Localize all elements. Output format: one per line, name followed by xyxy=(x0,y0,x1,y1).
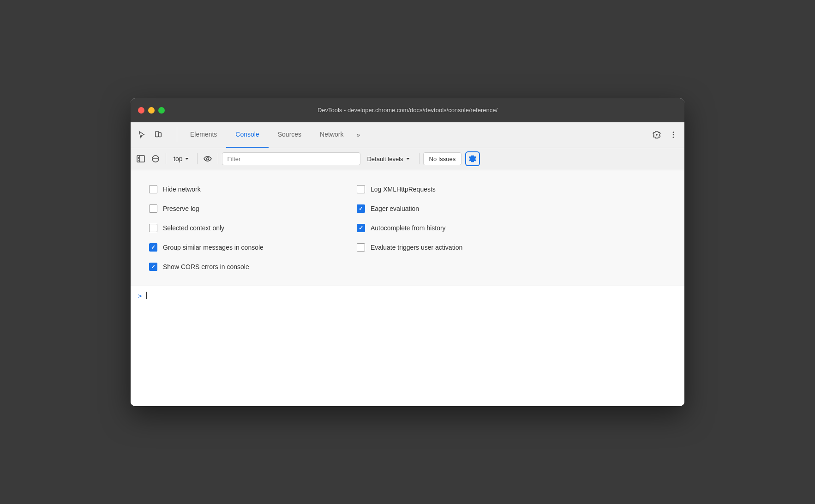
eval-triggers-checkbox[interactable] xyxy=(357,243,365,252)
kebab-icon xyxy=(669,131,677,139)
log-xml-checkbox[interactable] xyxy=(357,185,365,193)
tab-bar: Elements Console Sources Network » xyxy=(131,122,684,148)
levels-label: Default levels xyxy=(367,156,403,162)
more-tabs-button[interactable]: » xyxy=(353,122,364,148)
console-prompt: > xyxy=(138,292,142,300)
svg-rect-1 xyxy=(159,133,161,137)
close-button[interactable] xyxy=(138,107,144,114)
console-settings-panel: Hide network Preserve log Selected conte… xyxy=(131,170,684,286)
devtools-settings-button[interactable] xyxy=(649,127,664,142)
gear-icon xyxy=(653,131,661,139)
clear-icon xyxy=(151,155,160,163)
log-xml-label: Log XMLHttpRequests xyxy=(371,186,436,193)
autocomplete-checkbox[interactable] xyxy=(357,224,365,232)
svg-point-3 xyxy=(673,132,674,133)
setting-log-xml: Log XMLHttpRequests xyxy=(357,180,564,199)
tab-network[interactable]: Network xyxy=(311,122,353,148)
tab-elements[interactable]: Elements xyxy=(181,122,226,148)
eye-icon xyxy=(204,155,212,163)
toolbar-divider-4 xyxy=(419,153,419,164)
cursor-icon xyxy=(138,131,146,139)
toolbar-divider xyxy=(177,127,177,142)
tab-bar-icons xyxy=(134,127,166,142)
toolbar-divider-1 xyxy=(166,153,166,164)
chevron-down-icon xyxy=(184,156,190,162)
eval-triggers-label: Evaluate triggers user activation xyxy=(371,244,462,251)
console-settings-button[interactable] xyxy=(465,151,480,166)
preserve-log-checkbox[interactable] xyxy=(149,204,157,213)
sidebar-icon xyxy=(137,155,145,163)
maximize-button[interactable] xyxy=(158,107,165,114)
hide-network-checkbox[interactable] xyxy=(149,185,157,193)
preserve-log-label: Preserve log xyxy=(163,205,199,212)
console-cursor xyxy=(146,292,147,299)
svg-point-4 xyxy=(673,134,674,136)
more-options-button[interactable] xyxy=(666,127,681,142)
live-expressions-button[interactable] xyxy=(201,152,214,165)
console-toolbar: top Default levels No Issues xyxy=(131,148,684,170)
setting-eval-triggers: Evaluate triggers user activation xyxy=(357,238,564,257)
eager-eval-checkbox[interactable] xyxy=(357,204,365,213)
show-cors-label: Show CORS errors in console xyxy=(163,263,249,270)
selected-context-label: Selected context only xyxy=(163,224,224,232)
setting-show-cors: Show CORS errors in console xyxy=(149,257,357,276)
toolbar-divider-3 xyxy=(218,153,218,164)
setting-autocomplete: Autocomplete from history xyxy=(357,218,564,238)
device-mode-button[interactable] xyxy=(151,127,166,142)
setting-selected-context: Selected context only xyxy=(149,218,357,238)
top-label: top xyxy=(174,155,182,162)
log-levels-dropdown[interactable]: Default levels xyxy=(362,152,415,165)
filter-input[interactable] xyxy=(222,152,360,165)
no-issues-button[interactable]: No Issues xyxy=(423,152,462,165)
hide-network-label: Hide network xyxy=(163,186,201,193)
chevron-down-icon-2 xyxy=(405,156,411,162)
gear-active-icon xyxy=(468,155,477,163)
javascript-context-dropdown[interactable]: top xyxy=(170,152,193,165)
minimize-button[interactable] xyxy=(148,107,155,114)
clear-console-button[interactable] xyxy=(149,152,162,165)
svg-point-5 xyxy=(673,137,674,138)
settings-left-column: Hide network Preserve log Selected conte… xyxy=(149,180,357,276)
show-cors-checkbox[interactable] xyxy=(149,263,157,271)
tab-sources[interactable]: Sources xyxy=(269,122,311,148)
tab-console[interactable]: Console xyxy=(226,122,268,148)
tab-bar-right xyxy=(649,127,681,142)
toolbar-divider-2 xyxy=(197,153,198,164)
setting-hide-network: Hide network xyxy=(149,180,357,199)
tabs-container: Elements Console Sources Network » xyxy=(181,122,649,148)
svg-point-13 xyxy=(207,158,209,160)
group-similar-label: Group similar messages in console xyxy=(163,244,264,251)
window-title: DevTools - developer.chrome.com/docs/dev… xyxy=(318,107,497,114)
setting-eager-eval: Eager evaluation xyxy=(357,199,564,218)
devtools-window: DevTools - developer.chrome.com/docs/dev… xyxy=(131,98,684,406)
selected-context-checkbox[interactable] xyxy=(149,224,157,232)
svg-point-2 xyxy=(157,136,157,136)
group-similar-checkbox[interactable] xyxy=(149,243,157,252)
eager-eval-label: Eager evaluation xyxy=(371,205,419,212)
console-input-area[interactable]: > xyxy=(131,286,684,406)
traffic-lights xyxy=(138,107,165,114)
inspect-icon-button[interactable] xyxy=(134,127,149,142)
autocomplete-label: Autocomplete from history xyxy=(371,224,446,232)
show-console-sidebar-button[interactable] xyxy=(134,152,147,165)
settings-grid: Hide network Preserve log Selected conte… xyxy=(149,180,564,276)
settings-right-column: Log XMLHttpRequests Eager evaluation Aut… xyxy=(357,180,564,276)
setting-group-similar: Group similar messages in console xyxy=(149,238,357,257)
setting-preserve-log: Preserve log xyxy=(149,199,357,218)
device-icon xyxy=(154,131,162,139)
title-bar: DevTools - developer.chrome.com/docs/dev… xyxy=(131,98,684,122)
